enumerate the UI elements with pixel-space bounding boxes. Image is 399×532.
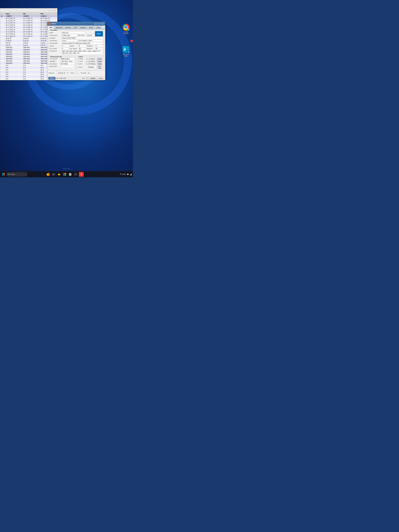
hwinfo-titlebar: — □ ✕ — [0, 8, 57, 13]
processor-section-label: Processor — [50, 29, 58, 31]
svg-rect-10 — [130, 175, 131, 175]
row-value: 4888 MHz — [5, 53, 22, 55]
rated-fsb-label: Rated FSB — [50, 66, 60, 67]
row-label — [0, 44, 5, 46]
cpuz-footer-buttons: Tools ▼ Validate Close — [81, 77, 104, 80]
start-button[interactable] — [1, 172, 6, 177]
row-min: 0 % — [22, 71, 40, 73]
notification-dot — [130, 40, 133, 42]
taskbar-right: ENG — [120, 173, 132, 175]
keyboard-svg-icon — [74, 173, 77, 175]
socket-select[interactable]: Socket #1 — [57, 71, 68, 74]
row-min: 4089 MHz — [22, 49, 40, 51]
row-max: 50 °C (122 °F) — [40, 19, 57, 22]
row-value: 4888 MHz — [5, 62, 22, 64]
taskbar-fruit-icon[interactable]: 🍊 — [46, 172, 51, 177]
family-row: Family 6 Model E Stepping C — [50, 45, 103, 47]
taskbar-power-icon[interactable] — [79, 172, 84, 177]
cpuz-maximize-button[interactable]: □ — [97, 23, 101, 25]
row-label — [0, 22, 5, 24]
tab-bench[interactable]: Bench — [88, 26, 95, 29]
search-bar[interactable]: Поиск — [6, 172, 27, 176]
close-button[interactable]: Close — [97, 77, 104, 80]
row-min: 4091 MHz — [22, 60, 40, 62]
row-value: 0.51 W — [5, 44, 22, 46]
tab-mainboard[interactable]: Mainboard — [54, 26, 64, 29]
row-label — [0, 26, 5, 29]
hwinfo-maximize-button[interactable]: □ — [50, 9, 53, 12]
row-label — [0, 17, 5, 19]
ext-model-value: 9E — [78, 48, 86, 50]
row-label — [0, 62, 5, 64]
taskbar-store-icon[interactable] — [62, 172, 67, 177]
cpuz-close-button[interactable]: ✕ — [101, 23, 104, 25]
multiplier-label: Multiplier — [50, 61, 60, 62]
chrome-taskbar-icon — [69, 173, 72, 176]
desktop-icon-chrome[interactable]: Google Chrome — [121, 24, 131, 34]
cpuz-title: C CPU-Z — [48, 23, 56, 25]
tools-dropdown[interactable]: Tools ▼ — [81, 77, 89, 80]
row-label: et — [0, 15, 5, 17]
taskbar-file-explorer-icon[interactable] — [57, 172, 62, 177]
row-value: 40 °C (104 °F) — [5, 24, 22, 26]
name-label: Name — [50, 32, 62, 33]
core-speed-row: Core Speed 4889.22 MHz — [50, 58, 75, 60]
l3-value: 16 MBytes — [85, 66, 96, 68]
row-min: 4091 MHz — [22, 55, 40, 58]
svg-point-3 — [53, 174, 54, 175]
row-label — [0, 55, 5, 58]
volume-icon[interactable] — [127, 173, 129, 175]
row-min: 25.90 W — [22, 38, 40, 40]
specification-row: Specification Genuine Intel® CPU 0000 @ … — [50, 42, 103, 44]
tab-graphics[interactable]: Graphics — [79, 26, 88, 29]
cpuz-footer: CPU-Z Ver. 2.08.0.x64 Tools ▼ Validate C… — [47, 76, 105, 80]
row-min: 4088 MHz — [22, 62, 40, 64]
row-min: 40 °C (104 °F) — [22, 31, 40, 33]
taskbar: Поиск 🍊 — [0, 171, 133, 177]
row-value: 0 % — [5, 76, 22, 78]
rated-fsb-row: Rated FSB — [50, 65, 75, 67]
taskbar-chrome-icon[interactable] — [68, 172, 73, 177]
validate-button[interactable]: Validate — [89, 77, 97, 80]
hwinfo-minimize-button[interactable]: — — [47, 9, 50, 12]
desktop-icon-edge[interactable]: Microsoft Edge — [121, 46, 131, 57]
taskbar-keyboard-icon[interactable] — [73, 172, 78, 177]
camera-svg-icon — [52, 173, 55, 175]
technology-value: 14 nm — [62, 40, 78, 42]
row-value: 28.22 W — [5, 38, 22, 40]
tab-memory[interactable]: Memory — [64, 26, 72, 29]
l1-data-value: 8 x 32 KBytes — [85, 58, 96, 60]
row-value: 40 °C (104 °F) — [5, 33, 22, 35]
selection-row: Selection Socket #1 Cores 8 Threads 16 — [48, 71, 104, 74]
l2-row: Level 2 8 x 256 KBytes 4-way — [78, 63, 103, 65]
taskbar-camera-icon[interactable] — [51, 172, 56, 177]
model-label: Model — [69, 45, 78, 47]
row-label — [0, 29, 5, 31]
row-min: 0 % — [22, 64, 40, 67]
row-value: 4389 MHz — [5, 46, 22, 49]
start-icon — [2, 173, 5, 176]
svg-rect-9 — [75, 174, 77, 175]
system-tray-expand-icon[interactable] — [120, 173, 122, 175]
row-min: 4089 MHz — [22, 46, 40, 49]
codename-label: Code Name — [50, 35, 62, 36]
hwinfo-close-button[interactable]: ✕ — [53, 9, 56, 12]
row-min: 0 % — [22, 76, 40, 78]
ext-model-label: Ext. Model — [69, 48, 78, 49]
network-icon[interactable] — [130, 173, 132, 175]
row-value: 0 % — [5, 73, 22, 76]
tab-spd[interactable]: SPD — [73, 26, 78, 29]
row-label — [0, 76, 5, 78]
tab-about[interactable]: About — [95, 26, 102, 29]
family-label: Family — [50, 45, 62, 47]
tab-cpu[interactable]: CPU — [48, 26, 54, 29]
row-min: 40 °C (104 °F) — [22, 29, 40, 31]
row-value: +0.000 V — [5, 15, 22, 17]
row-value: 41 °C (105 °F) — [5, 29, 22, 31]
svg-rect-4 — [53, 173, 54, 174]
row-label — [0, 64, 5, 67]
l2-value: 8 x 256 KBytes — [85, 63, 96, 65]
cpuz-minimize-button[interactable]: — — [94, 23, 97, 25]
table-row: 42 °C (107 °F) 41 °C (105 °F) 50 °C (122… — [0, 19, 57, 22]
rated-fsb-value — [60, 65, 75, 67]
